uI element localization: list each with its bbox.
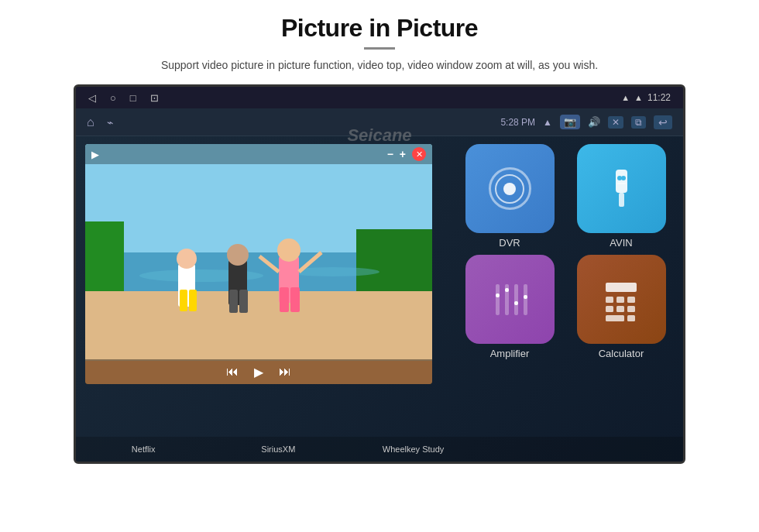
svg-rect-22 (619, 193, 624, 207)
amplifier-icon-box (465, 255, 555, 344)
subtitle: Support video picture in picture functio… (161, 57, 598, 74)
amplifier-label: Amplifier (490, 348, 530, 359)
android-toolbar: ⌂ ⌁ 5:28 PM ▲ 📷 🔊 ✕ ⧉ ↩ (76, 108, 683, 136)
nav-home-btn[interactable]: ○ (110, 92, 116, 104)
home-icon[interactable]: ⌂ (87, 115, 94, 129)
dvr-dot (503, 183, 516, 195)
wheelkey-bottom-label: Wheelkey Study (345, 444, 480, 454)
page-container: Picture in Picture Seicane Support video… (0, 0, 759, 532)
pip-video-icon: ▶ (91, 149, 99, 160)
svg-rect-42 (627, 315, 635, 321)
svg-rect-14 (239, 290, 248, 313)
pip-bottom-controls: ⏮ ▶ ⏭ (85, 359, 432, 384)
pip-prev-btn[interactable]: ⏮ (226, 365, 239, 379)
title-divider (364, 47, 395, 50)
svg-rect-37 (627, 297, 635, 303)
pip-next-btn[interactable]: ⏭ (279, 365, 291, 379)
svg-rect-32 (524, 284, 527, 315)
pip-close-btn[interactable]: ✕ (412, 147, 426, 161)
dvr-icon-box (465, 144, 555, 233)
svg-rect-13 (229, 290, 238, 313)
signal-icon: ▲ (634, 93, 643, 102)
right-app-grid: DVR AVIN (457, 144, 674, 359)
status-time: 11:22 (647, 92, 671, 103)
svg-rect-40 (627, 306, 635, 312)
svg-rect-2 (85, 291, 432, 361)
nav-extra-btn[interactable]: ⊡ (150, 92, 159, 104)
device-frame: ◁ ○ □ ⊡ ▲ ▲ 11:22 ⌂ ⌁ 5:28 PM ▲ 📷 🔊 (74, 84, 685, 464)
calculator-app[interactable]: Calculator (568, 255, 674, 359)
svg-point-24 (621, 176, 626, 180)
svg-rect-18 (290, 287, 300, 312)
svg-rect-27 (496, 293, 500, 297)
svg-rect-30 (514, 284, 518, 315)
toolbar-left: ⌂ ⌁ (87, 115, 113, 129)
svg-rect-29 (505, 288, 509, 292)
title-section: Picture in Picture (281, 0, 478, 57)
clone-icon[interactable]: ⧉ (631, 116, 646, 129)
svg-point-16 (277, 239, 301, 262)
svg-rect-17 (280, 287, 289, 312)
nav-back-btn[interactable]: ◁ (88, 92, 96, 104)
back-icon[interactable]: ↩ (654, 115, 672, 129)
app-area: ▶ − + ✕ ⏮ ▶ ⏭ (76, 136, 683, 462)
svg-point-12 (227, 244, 249, 266)
svg-rect-36 (616, 297, 624, 303)
svg-rect-39 (616, 306, 624, 312)
svg-rect-10 (189, 290, 197, 311)
svg-rect-38 (606, 306, 613, 312)
calculator-label: Calculator (599, 348, 644, 359)
bottom-labels-row: Netflix SiriusXM Wheelkey Study (76, 437, 683, 462)
camera-icon[interactable]: 📷 (560, 115, 580, 129)
pip-window[interactable]: ▶ − + ✕ ⏮ ▶ ⏭ (85, 144, 432, 384)
svg-rect-25 (617, 183, 626, 184)
svg-rect-41 (606, 315, 624, 321)
page-title: Picture in Picture (281, 14, 478, 43)
volume-icon[interactable]: 🔊 (588, 116, 600, 128)
usb-icon[interactable]: ⌁ (107, 116, 113, 129)
svg-rect-3 (85, 221, 124, 291)
pip-controls: − + ✕ (387, 144, 432, 164)
dvr-label: DVR (499, 237, 520, 249)
nav-buttons: ◁ ○ □ ⊡ (88, 92, 159, 104)
svg-rect-34 (606, 283, 637, 292)
svg-rect-31 (514, 301, 518, 305)
calculator-svg (598, 276, 644, 323)
svg-rect-33 (524, 295, 527, 299)
amplifier-svg (486, 276, 533, 323)
wifi-icon: ▲ (621, 93, 630, 102)
avin-label: AVIN (610, 237, 632, 249)
svg-rect-21 (616, 170, 627, 193)
pip-close-icon: ✕ (416, 149, 423, 160)
calculator-icon-box (577, 255, 666, 344)
dvr-app[interactable]: DVR (457, 144, 562, 249)
pip-play-btn[interactable]: ▶ (254, 365, 263, 379)
pip-video-content (85, 144, 432, 384)
pip-top-bar: ▶ − + ✕ (85, 144, 432, 164)
avin-app[interactable]: AVIN (568, 144, 674, 249)
pip-expand-btn[interactable]: + (400, 148, 406, 160)
svg-rect-4 (356, 229, 432, 291)
close-icon[interactable]: ✕ (608, 116, 623, 129)
svg-rect-26 (496, 284, 500, 315)
pip-minimize-btn[interactable]: − (387, 148, 393, 160)
svg-point-8 (177, 249, 197, 269)
amplifier-app[interactable]: Amplifier (457, 255, 562, 359)
dvr-inner-ring (495, 174, 524, 204)
svg-rect-9 (180, 290, 187, 311)
siriusxm-bottom-label: SiriusXM (211, 444, 345, 454)
status-right: ▲ ▲ 11:22 (621, 92, 671, 103)
beach-scene-svg (85, 144, 432, 384)
avin-icon-box (577, 144, 666, 233)
dvr-outer-ring (489, 167, 531, 210)
toolbar-right: 5:28 PM ▲ 📷 🔊 ✕ ⧉ ↩ (500, 115, 672, 129)
svg-rect-35 (606, 297, 613, 303)
wifi-status-icon: ▲ (543, 117, 552, 128)
avin-svg (600, 166, 643, 212)
nav-recents-btn[interactable]: □ (130, 92, 136, 104)
android-nav-bar: ◁ ○ □ ⊡ ▲ ▲ 11:22 (76, 87, 683, 108)
netflix-bottom-label: Netflix (76, 444, 211, 454)
toolbar-time: 5:28 PM (500, 117, 535, 128)
